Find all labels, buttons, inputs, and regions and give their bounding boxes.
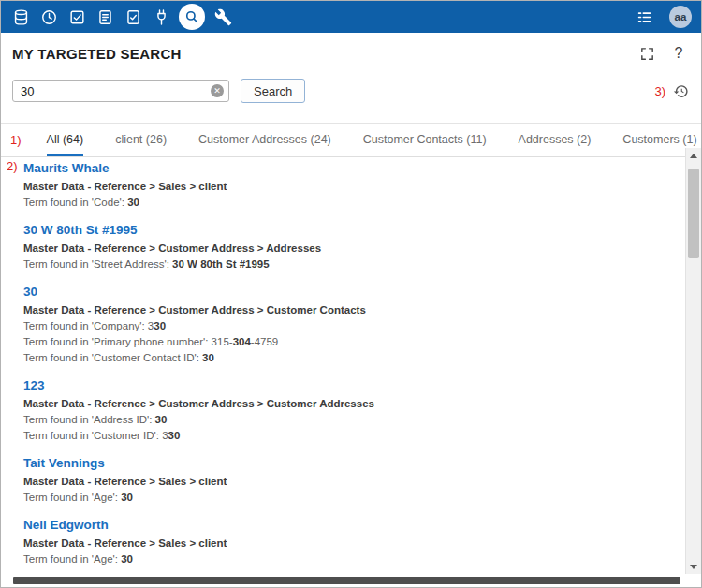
result-term-line: Term found in 'Street Address': 30 W 80t… xyxy=(23,257,678,271)
result-item: Tait VenningsMaster Data - Reference > S… xyxy=(23,454,678,504)
page-title: MY TARGETED SEARCH xyxy=(12,46,182,62)
result-term-line: Term found in 'Customer Contact ID': 30 xyxy=(23,351,678,364)
search-button[interactable]: Search xyxy=(241,79,305,103)
search-input[interactable] xyxy=(12,80,229,102)
annotation-1: 1) xyxy=(10,133,22,147)
search-input-wrap: ✕ xyxy=(12,80,229,102)
result-title-link[interactable]: 123 xyxy=(23,377,45,393)
result-term-line: Term found in 'Code': 30 xyxy=(23,196,678,209)
result-breadcrumb: Master Data - Reference > Customer Addre… xyxy=(23,303,678,316)
restore-history-icon[interactable] xyxy=(671,81,690,100)
result-breadcrumb: Master Data - Reference > Sales > client xyxy=(23,537,678,550)
clock-icon[interactable] xyxy=(38,7,59,27)
search-bar: ✕ Search 3) xyxy=(1,74,701,108)
result-breadcrumb: Master Data - Reference > Customer Addre… xyxy=(23,397,678,410)
help-icon[interactable]: ? xyxy=(667,42,690,65)
app-window: aa MY TARGETED SEARCH ? ✕ Search 3) 1) xyxy=(0,0,702,588)
scroll-down-icon[interactable] xyxy=(686,559,701,574)
result-breadcrumb: Master Data - Reference > Customer Addre… xyxy=(23,242,678,255)
annotation-3: 3) xyxy=(654,84,665,98)
result-term-line: Term found in 'Address ID': 30 xyxy=(23,413,678,426)
avatar[interactable]: aa xyxy=(669,6,692,28)
result-breadcrumb: Master Data - Reference > Sales > client xyxy=(23,475,678,488)
fullscreen-icon[interactable] xyxy=(636,42,658,65)
checkbox-icon[interactable] xyxy=(66,7,87,27)
result-breadcrumb: Master Data - Reference > Sales > client xyxy=(23,180,678,193)
result-title-link[interactable]: Maurits Whale xyxy=(23,160,110,176)
scroll-up-icon[interactable] xyxy=(686,148,701,163)
result-title-link[interactable]: Tait Vennings xyxy=(23,455,105,471)
result-title-link[interactable]: 30 xyxy=(23,284,37,300)
page-header: MY TARGETED SEARCH ? xyxy=(1,33,701,74)
result-item: 30Master Data - Reference > Customer Add… xyxy=(23,283,678,364)
results-area: 2) Maurits WhaleMaster Data - Reference … xyxy=(1,148,701,574)
result-term-line: Term found in 'Company': 330 xyxy=(23,319,678,332)
document-check-icon[interactable] xyxy=(123,7,143,27)
result-term-line: Term found in 'Age': 30 xyxy=(23,491,678,504)
result-term-line: Term found in 'Age': 30 xyxy=(23,552,678,566)
result-item: 30 W 80th St #1995Master Data - Referenc… xyxy=(23,221,678,271)
search-icon[interactable] xyxy=(179,4,205,30)
list-icon[interactable] xyxy=(634,7,654,27)
result-title-link[interactable]: 30 W 80th St #1995 xyxy=(23,222,138,238)
scrollbar-thumb[interactable] xyxy=(688,169,699,258)
result-term-line: Term found in 'Primary phone number': 31… xyxy=(23,335,678,348)
result-item: Maurits WhaleMaster Data - Reference > S… xyxy=(23,159,678,209)
results-list: Maurits WhaleMaster Data - Reference > S… xyxy=(1,148,685,574)
top-toolbar: aa xyxy=(1,1,701,33)
result-item: 123Master Data - Reference > Customer Ad… xyxy=(23,376,678,442)
database-icon[interactable] xyxy=(10,7,31,27)
horizontal-scrollbar-thumb[interactable] xyxy=(13,577,680,584)
plug-icon[interactable] xyxy=(151,7,171,27)
result-title-link[interactable]: Neil Edgworth xyxy=(23,517,109,533)
result-item: Neil EdgworthMaster Data - Reference > S… xyxy=(23,516,678,566)
result-term-line: Term found in 'Customer ID': 330 xyxy=(23,429,678,442)
annotation-2: 2) xyxy=(7,159,18,173)
wrench-icon[interactable] xyxy=(212,7,233,27)
vertical-scrollbar[interactable] xyxy=(685,148,701,574)
clear-search-icon[interactable]: ✕ xyxy=(211,84,224,97)
document-lines-icon[interactable] xyxy=(95,7,115,27)
